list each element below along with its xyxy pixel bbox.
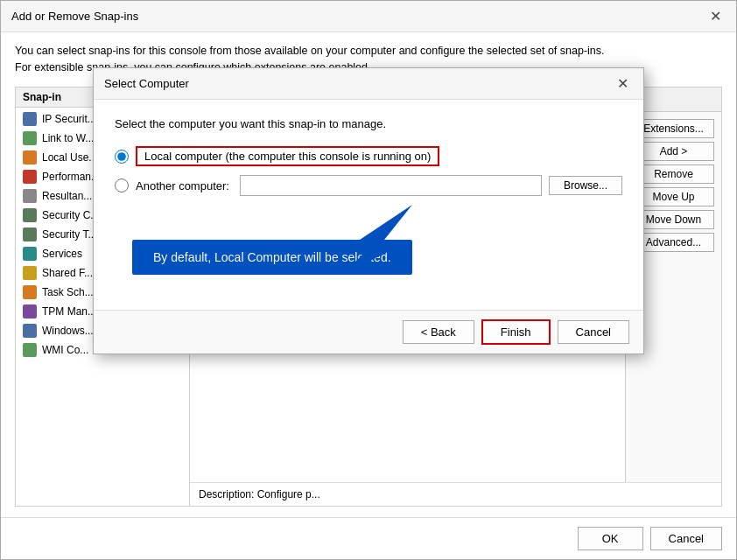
another-computer-option: Another computer: Browse...	[115, 175, 622, 196]
inner-close-button[interactable]: ✕	[612, 74, 633, 94]
another-computer-input[interactable]	[240, 175, 542, 196]
cancel-button[interactable]: Cancel	[650, 527, 722, 550]
outer-close-button[interactable]: ✕	[705, 6, 726, 27]
ok-button[interactable]: OK	[578, 527, 643, 550]
another-computer-label[interactable]: Another computer:	[136, 179, 229, 192]
outer-body: You can select snap-ins for this console…	[1, 32, 736, 517]
outer-dialog-title: Add or Remove Snap-ins	[11, 10, 138, 23]
inner-dialog-overlay: Select Computer ✕ Select the computer yo…	[1, 32, 736, 517]
back-button[interactable]: < Back	[403, 320, 474, 344]
inner-dialog-title: Select Computer	[104, 77, 189, 90]
local-computer-radio[interactable]	[115, 150, 129, 164]
local-computer-option: Local computer (the computer this consol…	[115, 146, 622, 166]
outer-dialog: Add or Remove Snap-ins ✕ You can select …	[0, 0, 737, 560]
outer-title-bar: Add or Remove Snap-ins ✕	[1, 1, 736, 32]
finish-button[interactable]: Finish	[481, 319, 551, 345]
inner-title-bar: Select Computer ✕	[94, 68, 643, 100]
radio-group: Local computer (the computer this consol…	[115, 146, 622, 196]
inner-dialog: Select Computer ✕ Select the computer yo…	[93, 67, 644, 354]
svg-marker-0	[342, 205, 412, 275]
outer-footer: OK Cancel	[1, 517, 736, 559]
local-computer-label[interactable]: Local computer (the computer this consol…	[144, 150, 431, 163]
inner-footer: < Back Finish Cancel	[94, 310, 643, 354]
browse-button[interactable]: Browse...	[549, 176, 622, 195]
blue-arrow	[307, 205, 412, 275]
another-computer-radio[interactable]	[115, 178, 129, 192]
inner-cancel-button[interactable]: Cancel	[558, 320, 629, 344]
inner-body: Select the computer you want this snap-i…	[94, 100, 643, 310]
inner-description: Select the computer you want this snap-i…	[115, 117, 622, 130]
